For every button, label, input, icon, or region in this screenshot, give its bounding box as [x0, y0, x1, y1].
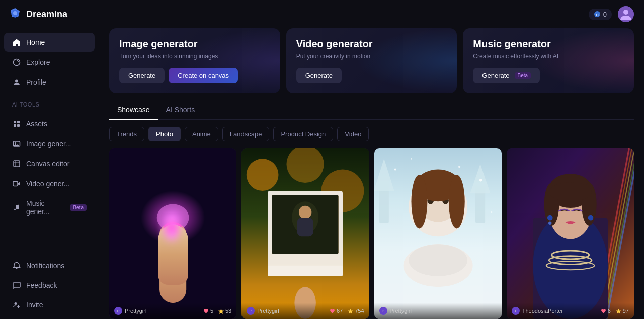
topbar: C 0: [99, 0, 644, 28]
music-generator-card: Music generator Create music effortlessl…: [463, 28, 634, 93]
filter-video[interactable]: Video: [337, 127, 369, 141]
svg-point-2: [14, 59, 20, 66]
grid-item-footer-1: P Prettygirl 67 754: [242, 303, 369, 319]
showcase-area: Showcase AI Shorts Trends Photo Anime La…: [99, 101, 644, 319]
sidebar-item-assets[interactable]: Assets: [4, 114, 95, 133]
video-gen-desc: Put your creativity in motion: [296, 53, 447, 60]
sidebar-item-canvas-editor[interactable]: Canvas editor: [4, 154, 95, 173]
svg-rect-6: [14, 124, 16, 127]
music-gen-buttons: Generate Beta: [473, 68, 624, 83]
invite-icon: [12, 300, 21, 309]
music-gen-icon: [12, 203, 21, 212]
grid-user-0: P Prettygirl: [114, 307, 146, 315]
sidebar-item-feedback-label: Feedback: [26, 281, 57, 289]
feedback-icon: [12, 281, 21, 290]
user-avatar[interactable]: [618, 6, 634, 22]
svg-point-28: [164, 222, 183, 235]
username-3: TheodosiaPorter: [522, 308, 563, 314]
user-dot-0: P: [114, 307, 122, 315]
likes-count-0: 5: [210, 308, 213, 314]
grid-user-2: P Prettygirl: [379, 307, 412, 315]
filter-landscape[interactable]: Landscape: [222, 127, 270, 141]
svg-point-9: [15, 142, 16, 144]
sidebar-item-profile[interactable]: Profile: [4, 73, 95, 92]
coin-icon: C: [594, 11, 601, 18]
likes-count-1: 67: [337, 308, 343, 314]
sidebar-item-video-gen-label: Video gener...: [26, 180, 69, 188]
canvas-icon: [12, 159, 21, 168]
svg-rect-41: [268, 266, 343, 276]
sidebar: Dreamina Home Explore: [0, 0, 99, 319]
svg-rect-13: [13, 182, 18, 186]
music-gen-generate-button[interactable]: Generate Beta: [473, 68, 540, 83]
svg-point-14: [14, 209, 16, 210]
grid-item-0[interactable]: P Prettygirl 5 53: [109, 148, 236, 319]
music-gen-title: Music generator: [473, 38, 624, 50]
username-2: Prettygirl: [390, 308, 412, 314]
video-generator-card: Video generator Put your creativity in m…: [286, 28, 457, 93]
grid-user-1: P Prettygirl: [247, 307, 279, 315]
sidebar-item-image-gen[interactable]: Image gener...: [4, 134, 95, 153]
user-dot-3: T: [512, 307, 520, 315]
sidebar-item-invite[interactable]: Invite: [4, 295, 95, 314]
video-gen-generate-button[interactable]: Generate: [296, 68, 342, 83]
svg-point-63: [458, 166, 460, 168]
sidebar-item-explore[interactable]: Explore: [4, 53, 95, 72]
username-0: Prettygirl: [125, 308, 146, 314]
ai-tools-section-label: AI tools: [0, 96, 99, 110]
filter-product-design[interactable]: Product Design: [273, 127, 333, 141]
grid-stats-3: 6 97: [601, 308, 629, 314]
sidebar-item-feedback[interactable]: Feedback: [4, 276, 95, 295]
filter-anime[interactable]: Anime: [185, 127, 218, 141]
filter-trends[interactable]: Trends: [109, 127, 144, 141]
home-icon: [12, 38, 21, 47]
image-generator-card: Image generator Turn your ideas into stu…: [109, 28, 280, 93]
svg-point-22: [623, 10, 628, 15]
views-count-3: 97: [623, 308, 629, 314]
svg-marker-43: [348, 309, 353, 314]
sidebar-item-music-gen[interactable]: Music gener... Beta: [4, 194, 95, 221]
portrait-svg: [507, 148, 634, 319]
likes-stat-3: 6: [601, 308, 611, 314]
svg-text:C: C: [596, 13, 599, 17]
grid-item-footer-3: T TheodosiaPorter 6 97: [507, 303, 634, 319]
sidebar-item-video-gen[interactable]: Video gener...: [4, 174, 95, 193]
svg-point-1: [13, 11, 17, 15]
tab-ai-shorts[interactable]: AI Shorts: [158, 101, 203, 120]
views-count-0: 53: [225, 308, 231, 314]
tab-showcase[interactable]: Showcase: [109, 101, 158, 120]
svg-point-80: [549, 182, 592, 201]
sidebar-item-home[interactable]: Home: [4, 33, 95, 52]
heart-icon-0: [203, 308, 209, 314]
username-1: Prettygirl: [257, 308, 279, 314]
assets-icon: [12, 119, 21, 128]
main-content: C 0 Image generator Turn your ideas into…: [99, 0, 644, 319]
sidebar-item-notifications-label: Notifications: [26, 262, 64, 270]
grid-item-2[interactable]: P Prettygirl: [374, 148, 502, 319]
music-gen-card-beta-badge: Beta: [515, 72, 531, 79]
svg-point-61: [479, 179, 481, 181]
sidebar-item-image-gen-label: Image gener...: [26, 140, 71, 148]
image-gen-icon: [12, 139, 21, 148]
image-gen-title: Image generator: [119, 38, 270, 50]
sidebar-item-notifications[interactable]: Notifications: [4, 256, 95, 275]
grid-stats-1: 67 754: [330, 308, 364, 314]
image-gen-canvas-button[interactable]: Create on canvas: [169, 68, 238, 83]
heart-icon-1: [330, 308, 335, 314]
svg-point-3: [15, 80, 18, 83]
svg-rect-26: [159, 234, 186, 303]
likes-count-3: 6: [608, 308, 611, 314]
grid-item-1[interactable]: P Prettygirl 67 754: [242, 148, 369, 319]
grid-item-3[interactable]: T TheodosiaPorter 6 97: [507, 148, 634, 319]
filter-photo[interactable]: Photo: [148, 127, 181, 141]
likes-stat-1: 67: [330, 308, 343, 314]
sidebar-item-music-gen-label: Music gener...: [26, 199, 63, 216]
svg-rect-7: [17, 124, 20, 127]
image-gen-desc: Turn your ideas into stunning images: [119, 53, 270, 60]
image-gen-generate-button[interactable]: Generate: [119, 68, 165, 83]
showcase-tabs: Showcase AI Shorts: [109, 101, 634, 120]
music-gen-beta-badge: Beta: [70, 204, 87, 211]
svg-point-25: [157, 204, 189, 231]
generator-cards: Image generator Turn your ideas into stu…: [99, 28, 644, 101]
logo-area: Dreamina: [0, 0, 99, 28]
